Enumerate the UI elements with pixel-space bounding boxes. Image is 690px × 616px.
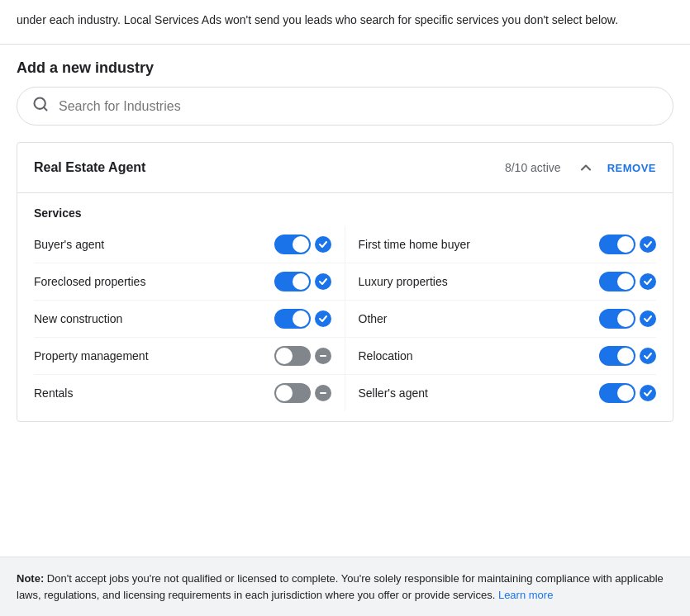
service-item: First time home buyer [345, 226, 657, 263]
top-description: under each industry. Local Services Ads … [0, 0, 690, 45]
service-name: Relocation [359, 349, 600, 362]
learn-more-link[interactable]: Learn more [498, 589, 553, 601]
section-title: Add a new industry [17, 59, 673, 77]
toggle-group [274, 272, 331, 291]
toggle-check-icon [640, 236, 656, 253]
service-name: Buyer's agent [34, 238, 274, 251]
service-name: Foreclosed properties [34, 275, 274, 288]
bottom-note: Note: Don't accept jobs you're not quali… [0, 557, 690, 616]
toggle-check-icon [640, 310, 656, 327]
service-item: Buyer's agent [34, 226, 345, 263]
toggle-check-icon [315, 273, 331, 290]
service-name: Other [359, 312, 600, 325]
toggle-group [599, 383, 656, 403]
note-bold: Note: [17, 572, 44, 585]
service-toggle[interactable] [274, 346, 311, 366]
service-toggle[interactable] [274, 383, 311, 403]
search-bar [17, 87, 673, 126]
service-toggle[interactable] [599, 309, 635, 329]
toggle-group [274, 346, 331, 366]
service-item: New construction [34, 301, 345, 338]
services-label: Services [34, 203, 656, 226]
toggle-check-icon [640, 348, 656, 364]
service-item: Relocation [345, 338, 657, 375]
collapse-button[interactable] [574, 156, 597, 179]
service-toggle[interactable] [599, 346, 635, 366]
service-toggle[interactable] [274, 235, 311, 254]
service-toggle[interactable] [274, 272, 311, 291]
toggle-check-icon [315, 236, 331, 253]
search-bar-container [0, 87, 690, 142]
industry-header: Real Estate Agent 8/10 active REMOVE [17, 143, 673, 193]
service-name: Seller's agent [359, 386, 600, 400]
service-item: Property management [34, 338, 345, 375]
services-grid: Buyer's agent First time home buyer [34, 226, 656, 411]
toggle-group [599, 272, 656, 291]
service-name: Luxury properties [359, 275, 600, 288]
service-item: Rentals [34, 375, 345, 411]
toggle-group [274, 309, 331, 329]
services-container: Services Buyer's agent [17, 193, 673, 421]
service-toggle[interactable] [599, 272, 635, 291]
service-item: Foreclosed properties [34, 263, 345, 301]
industry-title: Real Estate Agent [34, 160, 505, 175]
toggle-group [274, 235, 331, 254]
service-item: Other [345, 301, 657, 338]
service-toggle[interactable] [274, 309, 311, 329]
toggle-group [599, 346, 656, 366]
toggle-check-icon [640, 273, 656, 290]
remove-button[interactable]: REMOVE [607, 162, 656, 174]
toggle-off-icon [315, 385, 331, 401]
toggle-group [599, 309, 656, 329]
toggle-check-icon [315, 310, 331, 327]
note-text: Don't accept jobs you're not qualified o… [17, 572, 664, 601]
toggle-group [274, 383, 331, 403]
toggle-group [599, 235, 656, 254]
section-header: Add a new industry [0, 45, 690, 87]
service-name: Rentals [34, 386, 274, 400]
search-icon [32, 96, 49, 116]
search-input[interactable] [59, 99, 658, 114]
service-name: New construction [34, 312, 274, 325]
svg-line-1 [44, 107, 47, 111]
service-name: First time home buyer [359, 238, 600, 251]
active-count: 8/10 active [505, 161, 561, 174]
service-item: Luxury properties [345, 263, 657, 301]
toggle-off-icon [315, 348, 331, 364]
industry-section: Real Estate Agent 8/10 active REMOVE Ser… [17, 142, 673, 422]
toggle-check-icon [640, 385, 656, 401]
service-toggle[interactable] [599, 235, 635, 254]
service-item: Seller's agent [345, 375, 657, 411]
service-name: Property management [34, 349, 274, 362]
service-toggle[interactable] [599, 383, 635, 403]
